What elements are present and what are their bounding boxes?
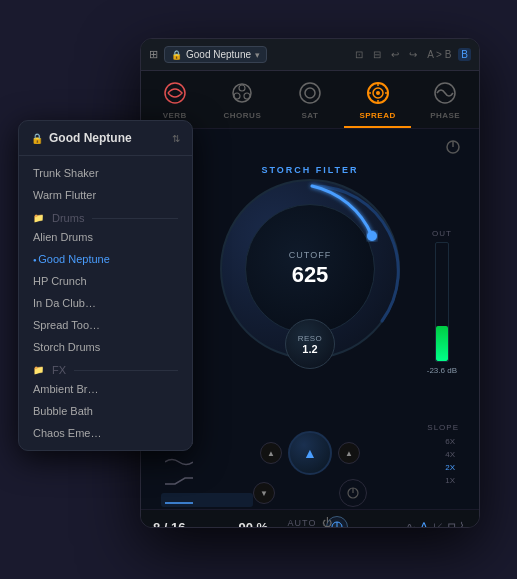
spread-icon xyxy=(364,79,392,107)
sat-icon xyxy=(296,79,324,107)
tab-sat[interactable]: SAT xyxy=(276,71,344,128)
out-label: OUT xyxy=(432,229,452,238)
dropdown-section-fx: 📁 FX xyxy=(19,358,192,378)
drums-section-label: Drums xyxy=(52,212,84,224)
auto-label: AUTO xyxy=(288,518,317,528)
dropdown-item-bubble-bath[interactable]: Bubble Bath xyxy=(19,400,192,422)
arrow-up-left-button[interactable]: ▲ xyxy=(260,442,282,464)
dropdown-item-chaos[interactable]: Chaos Eme… xyxy=(19,422,192,444)
reso-knob[interactable]: RESO 1.2 xyxy=(285,319,335,369)
svg-point-2 xyxy=(239,85,245,91)
reso-value: 1.2 xyxy=(302,343,317,355)
svg-point-5 xyxy=(300,83,320,103)
dropdown-header: 🔒 Good Neptune ⇅ xyxy=(19,121,192,156)
controls-row: ◐ xyxy=(153,137,467,157)
power-button-top[interactable] xyxy=(443,137,463,157)
tab-phase[interactable]: PHASE xyxy=(411,71,479,128)
filter-type-sine[interactable] xyxy=(161,455,253,469)
level-bar xyxy=(435,242,449,362)
dropdown-item-trunk-shaker[interactable]: Trunk Shaker xyxy=(19,162,192,184)
svg-point-13 xyxy=(376,91,380,95)
arrow-up-right-button[interactable]: ▲ xyxy=(338,442,360,464)
dropdown-arrow-icon: ▾ xyxy=(255,50,260,60)
slope-4x[interactable]: 4X xyxy=(441,449,459,460)
save-button[interactable]: ⊡ xyxy=(352,48,366,61)
filter-area[interactable]: CUTOFF 625 RESO 1.2 xyxy=(220,179,400,359)
out-section: OUT -23.6 dB xyxy=(427,229,457,375)
out-db-value: -23.6 dB xyxy=(427,366,457,375)
folder-fx-icon: 📁 xyxy=(33,365,44,375)
dropdown-item-alien-drums[interactable]: Alien Drums xyxy=(19,226,192,248)
arrow-down-left-button[interactable]: ▼ xyxy=(253,482,275,504)
b-button[interactable]: B xyxy=(458,48,471,61)
top-bar-actions: ⊡ ⊟ ↩ ↪ A > B B xyxy=(352,48,471,61)
ab-button[interactable]: A > B xyxy=(424,48,454,61)
dropdown-item-good-neptune[interactable]: Good Neptune xyxy=(19,248,192,270)
main-knob[interactable]: ▲ xyxy=(288,431,332,475)
slope-header: SLOPE xyxy=(367,423,459,432)
slope-2x[interactable]: 2X xyxy=(441,462,459,473)
auto-power-button[interactable]: ⏻ xyxy=(322,517,332,528)
dropdown-item-spread-too[interactable]: Spread Too… xyxy=(19,314,192,336)
tab-spread[interactable]: SPREAD xyxy=(344,71,412,128)
slope-6x[interactable]: 6X xyxy=(441,436,459,447)
tab-bar: VERB CHORUS SAT xyxy=(141,71,479,129)
dropdown-preset-name: Good Neptune xyxy=(49,131,166,145)
dropdown-arrows[interactable]: ⇅ xyxy=(172,133,180,144)
slope-1x[interactable]: 1X xyxy=(441,475,459,486)
phase-icon xyxy=(431,79,459,107)
svg-point-4 xyxy=(244,93,250,99)
preset-selector[interactable]: 🔒 Good Neptune ▾ xyxy=(164,46,267,63)
main-knob-arrow-icon: ▲ xyxy=(303,445,317,461)
slope-column: SLOPE 6X 4X 2X 1X xyxy=(367,423,459,509)
plugin-icon: ⊞ xyxy=(149,48,158,61)
dropdown-lock-icon: 🔒 xyxy=(31,133,43,144)
svg-point-17 xyxy=(367,231,377,241)
verb-icon xyxy=(161,79,189,107)
tab-chorus[interactable]: CHORUS xyxy=(209,71,277,128)
slope-buttons: 6X 4X 2X 1X xyxy=(367,436,459,486)
copy-button[interactable]: ⊟ xyxy=(370,48,384,61)
dropdown-section-drums: 📁 Drums xyxy=(19,206,192,226)
dropdown-item-in-da-club[interactable]: In Da Club… xyxy=(19,292,192,314)
tab-chorus-label: CHORUS xyxy=(224,111,262,120)
power-round-button[interactable] xyxy=(339,479,367,507)
level-fill xyxy=(436,326,448,361)
preset-name: Good Neptune xyxy=(186,49,251,60)
svg-point-6 xyxy=(305,88,315,98)
undo-button[interactable]: ↩ xyxy=(388,48,402,61)
filter-type-active[interactable] xyxy=(161,493,253,507)
fx-section-label: FX xyxy=(52,364,66,376)
filter-type-ramp[interactable] xyxy=(161,474,253,488)
dropdown-item-warm-flutter[interactable]: Warm Flutter xyxy=(19,184,192,206)
type-slope-section: TYPE xyxy=(153,419,467,513)
tab-sat-label: SAT xyxy=(302,111,319,120)
dropdown-item-storch-drums[interactable]: Storch Drums xyxy=(19,336,192,358)
lock-icon: 🔒 xyxy=(171,50,182,60)
dropdown-items: Trunk Shaker Warm Flutter 📁 Drums Alien … xyxy=(19,156,192,450)
chorus-icon xyxy=(228,79,256,107)
redo-button[interactable]: ↪ xyxy=(406,48,420,61)
dropdown-panel: 🔒 Good Neptune ⇅ Trunk Shaker Warm Flutt… xyxy=(18,120,193,451)
dropdown-item-hp-crunch[interactable]: HP Crunch xyxy=(19,270,192,292)
svg-point-3 xyxy=(234,93,240,99)
tab-spread-label: SPREAD xyxy=(359,111,395,120)
auto-row: AUTO ⏻ xyxy=(153,513,467,528)
filter-title: STORCH FILTER xyxy=(153,165,467,175)
dropdown-item-ambient[interactable]: Ambient Br… xyxy=(19,378,192,400)
folder-icon: 📁 xyxy=(33,213,44,223)
top-bar: ⊞ 🔒 Good Neptune ▾ ⊡ ⊟ ↩ ↪ A > B B xyxy=(141,39,479,71)
tab-verb-label: VERB xyxy=(163,111,187,120)
tab-phase-label: PHASE xyxy=(430,111,460,120)
reso-label: RESO xyxy=(298,334,323,343)
